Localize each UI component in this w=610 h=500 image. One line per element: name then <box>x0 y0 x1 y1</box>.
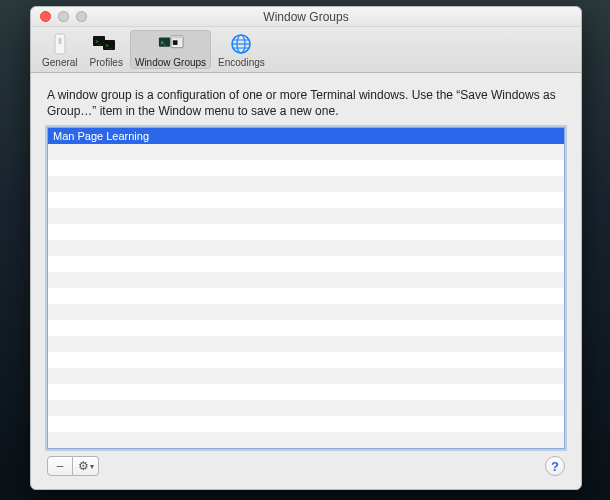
svg-text:>_: >_ <box>96 38 103 45</box>
list-item-empty <box>48 432 564 448</box>
tab-general[interactable]: General <box>37 30 83 69</box>
groups-list[interactable]: Man Page Learning <box>47 127 565 449</box>
list-item-empty <box>48 336 564 352</box>
preferences-window: Window Groups General >_ >_ Profiles <box>30 6 582 490</box>
list-item-empty <box>48 192 564 208</box>
toolbar-item-label: Window Groups <box>135 57 206 68</box>
list-item-empty <box>48 160 564 176</box>
svg-rect-1 <box>58 38 61 44</box>
list-item-empty <box>48 224 564 240</box>
close-icon[interactable] <box>40 11 51 22</box>
general-icon <box>47 32 73 56</box>
tab-encodings[interactable]: Encodings <box>213 30 270 69</box>
list-item-empty <box>48 352 564 368</box>
list-item-empty <box>48 272 564 288</box>
help-icon: ? <box>551 459 559 474</box>
list-item-empty <box>48 208 564 224</box>
list-item-empty <box>48 400 564 416</box>
toolbar: General >_ >_ Profiles >_ <box>31 27 581 73</box>
zoom-icon[interactable] <box>76 11 87 22</box>
description-text: A window group is a configuration of one… <box>47 87 565 119</box>
svg-rect-9 <box>171 36 183 39</box>
footer: – ⚙ ▾ ? <box>47 455 565 477</box>
minimize-icon[interactable] <box>58 11 69 22</box>
toolbar-item-label: Encodings <box>218 57 265 68</box>
gear-icon: ⚙ <box>78 459 89 473</box>
list-item-empty <box>48 240 564 256</box>
action-menu-button[interactable]: ⚙ ▾ <box>73 456 99 476</box>
list-item-empty <box>48 416 564 432</box>
help-button[interactable]: ? <box>545 456 565 476</box>
list-item-empty <box>48 384 564 400</box>
list-item-empty <box>48 304 564 320</box>
content-area: A window group is a configuration of one… <box>31 73 581 489</box>
svg-text:>_: >_ <box>106 42 113 49</box>
minus-icon: – <box>57 459 64 473</box>
list-item-empty <box>48 368 564 384</box>
window-title: Window Groups <box>31 10 581 24</box>
chevron-down-icon: ▾ <box>90 462 94 471</box>
list-item-empty <box>48 256 564 272</box>
list-item-empty <box>48 320 564 336</box>
window-groups-icon: >_ <box>158 32 184 56</box>
list-item-selected[interactable]: Man Page Learning <box>48 128 564 144</box>
remove-button[interactable]: – <box>47 456 73 476</box>
tab-window-groups[interactable]: >_ Window Groups <box>130 30 211 69</box>
tab-profiles[interactable]: >_ >_ Profiles <box>85 30 128 69</box>
list-actions: – ⚙ ▾ <box>47 456 99 476</box>
toolbar-item-label: Profiles <box>90 57 123 68</box>
toolbar-item-label: General <box>42 57 78 68</box>
titlebar: Window Groups <box>31 7 581 27</box>
traffic-lights <box>40 11 87 22</box>
list-item-empty <box>48 144 564 160</box>
svg-rect-10 <box>172 40 177 45</box>
list-item-empty <box>48 176 564 192</box>
encodings-icon <box>228 32 254 56</box>
profiles-icon: >_ >_ <box>93 32 119 56</box>
list-item-empty <box>48 288 564 304</box>
